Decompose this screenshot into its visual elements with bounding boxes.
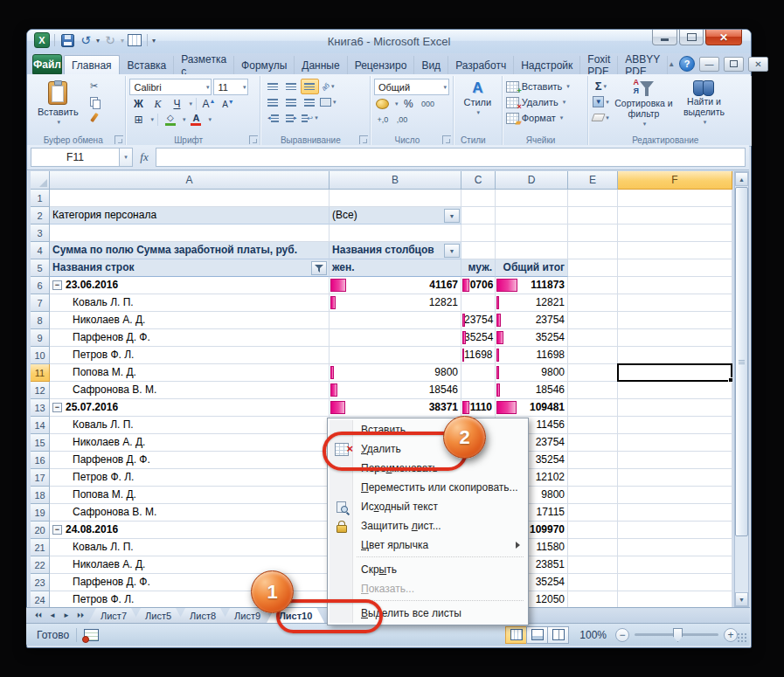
cell-E23[interactable]	[568, 574, 618, 591]
cell-A18[interactable]: Попова М. Д.	[50, 487, 330, 504]
tab-рецензиро[interactable]: Рецензиро	[348, 56, 415, 74]
cell-A10[interactable]: Петров Ф. Л.	[50, 347, 330, 364]
collapse-group-icon[interactable]: −	[52, 280, 62, 290]
row-header-7[interactable]: 7	[31, 294, 50, 312]
cell-A12[interactable]: Сафронова В. М.	[50, 382, 330, 399]
cell-B10[interactable]	[330, 347, 461, 364]
cell-E6[interactable]	[568, 277, 618, 294]
copy-icon[interactable]	[86, 94, 103, 109]
column-header-E[interactable]: E	[568, 171, 618, 190]
row-header-11[interactable]: 11	[31, 364, 50, 382]
cell-F19[interactable]	[618, 504, 732, 522]
cell-C1[interactable]	[461, 190, 496, 207]
cell-B7[interactable]: 12821	[330, 294, 461, 312]
row-header-6[interactable]: 6	[31, 277, 50, 294]
cell-E4[interactable]	[568, 242, 618, 259]
scroll-up-icon[interactable]: ▲	[735, 172, 748, 186]
font-color-button[interactable]: А	[187, 113, 205, 127]
sheet-tab-лист7[interactable]: Лист7	[88, 608, 139, 623]
column-header-A[interactable]: A	[50, 171, 330, 190]
merge-center-icon[interactable]: ▾	[319, 94, 337, 110]
bold-button[interactable]: Ж	[129, 97, 147, 111]
cell-C5[interactable]: муж.	[461, 259, 496, 277]
cell-D5[interactable]: Общий итог	[496, 259, 568, 277]
cell-A3[interactable]	[50, 225, 330, 242]
cell-D7[interactable]: 12821	[496, 294, 568, 312]
currency-format-icon[interactable]	[374, 97, 392, 111]
cell-B11[interactable]: 9800	[330, 364, 461, 382]
prev-sheet-icon[interactable]: ◄	[45, 608, 59, 623]
column-header-B[interactable]: B	[330, 171, 461, 190]
cell-E13[interactable]	[568, 399, 618, 417]
wrap-text-icon[interactable]: ↩▾	[301, 110, 319, 126]
next-sheet-icon[interactable]: ►	[59, 608, 73, 623]
format-cells-button[interactable]: ▰ Формат▾	[506, 110, 585, 126]
cell-E17[interactable]	[568, 469, 618, 487]
cell-E24[interactable]	[568, 591, 618, 607]
row-header-20[interactable]: 20	[31, 522, 50, 539]
tab-file[interactable]: Файл	[32, 54, 62, 74]
cell-A4[interactable]: Сумма по полю Сумма заработной платы, ру…	[50, 242, 330, 259]
menu-item-скрыть[interactable]: Скрыть	[330, 560, 526, 579]
dialog-launcher-icon[interactable]	[442, 135, 451, 144]
cell-A9[interactable]: Парфенов Д. Ф.	[50, 329, 330, 347]
menu-item-цвет-ярлычка[interactable]: Цвет ярлычка	[330, 535, 526, 555]
row-header-3[interactable]: 3	[31, 225, 50, 242]
dialog-launcher-icon[interactable]	[359, 135, 368, 144]
tab-главная[interactable]: Главная	[64, 55, 120, 74]
row-header-2[interactable]: 2	[31, 207, 50, 225]
page-break-view-button[interactable]	[547, 626, 569, 644]
tab-данные[interactable]: Данные	[295, 56, 347, 74]
menu-item-переместить-или-скопировать-[interactable]: Переместить или скопировать...	[330, 478, 526, 497]
cell-D10[interactable]: 11698	[496, 347, 568, 364]
cell-A17[interactable]: Петров Ф. Л.	[50, 469, 330, 487]
last-sheet-icon[interactable]: ⏵⏵	[73, 608, 87, 623]
cell-B12[interactable]: 18546	[330, 382, 461, 399]
cell-E2[interactable]	[568, 207, 618, 225]
cell-F15[interactable]	[618, 434, 732, 452]
cell-F23[interactable]	[618, 574, 732, 591]
increase-indent-icon[interactable]: ▸	[282, 110, 301, 126]
select-all-corner[interactable]	[31, 171, 50, 190]
sheet-tab-лист5[interactable]: Лист5	[133, 608, 184, 623]
cell-F4[interactable]	[618, 242, 732, 259]
clear-icon[interactable]: ▾	[592, 110, 609, 125]
percent-format-icon[interactable]: %	[399, 97, 417, 111]
vertical-scroll-thumb[interactable]	[735, 187, 748, 536]
row-header-15[interactable]: 15	[31, 434, 50, 452]
collapse-group-icon[interactable]: −	[52, 403, 62, 412]
align-center-icon[interactable]	[282, 94, 301, 110]
cell-F3[interactable]	[618, 225, 732, 242]
cell-D1[interactable]	[496, 190, 568, 207]
cell-A21[interactable]: Коваль Л. П.	[50, 539, 330, 556]
row-header-13[interactable]: 13	[31, 399, 50, 417]
font-family-select[interactable]: Calibri▾	[129, 79, 212, 95]
cell-A1[interactable]	[50, 190, 330, 207]
cell-C7[interactable]	[461, 294, 496, 312]
row-header-9[interactable]: 9	[31, 329, 50, 347]
column-header-C[interactable]: C	[461, 171, 496, 190]
align-middle-icon[interactable]	[282, 79, 301, 94]
row-header-4[interactable]: 4	[31, 242, 50, 259]
cell-B8[interactable]	[330, 312, 461, 329]
tab-вид[interactable]: Вид	[414, 56, 448, 74]
dialog-launcher-icon[interactable]	[114, 135, 123, 144]
styles-button[interactable]: A Стили▾	[457, 79, 498, 119]
row-header-23[interactable]: 23	[31, 574, 50, 591]
autosum-icon[interactable]: Σ▾	[592, 79, 609, 93]
row-header-5[interactable]: 5	[31, 259, 50, 277]
cell-C3[interactable]	[461, 225, 496, 242]
cell-D2[interactable]	[496, 207, 568, 225]
cell-C11[interactable]	[461, 364, 496, 382]
font-size-select[interactable]: 11▾	[213, 79, 248, 95]
decrease-indent-icon[interactable]: ◂	[264, 110, 282, 126]
cell-E5[interactable]	[568, 259, 618, 277]
cell-C4[interactable]	[461, 242, 496, 259]
increase-decimal-icon[interactable]: +,0	[374, 113, 392, 127]
cell-A20[interactable]: −24.08.2016	[50, 522, 330, 539]
cell-F14[interactable]	[618, 417, 732, 434]
zoom-thumb[interactable]	[673, 628, 683, 642]
cell-D11[interactable]: 9800	[496, 364, 568, 382]
zoom-track[interactable]	[635, 633, 718, 636]
column-labels-dropdown-icon[interactable]: ▼	[444, 244, 460, 258]
